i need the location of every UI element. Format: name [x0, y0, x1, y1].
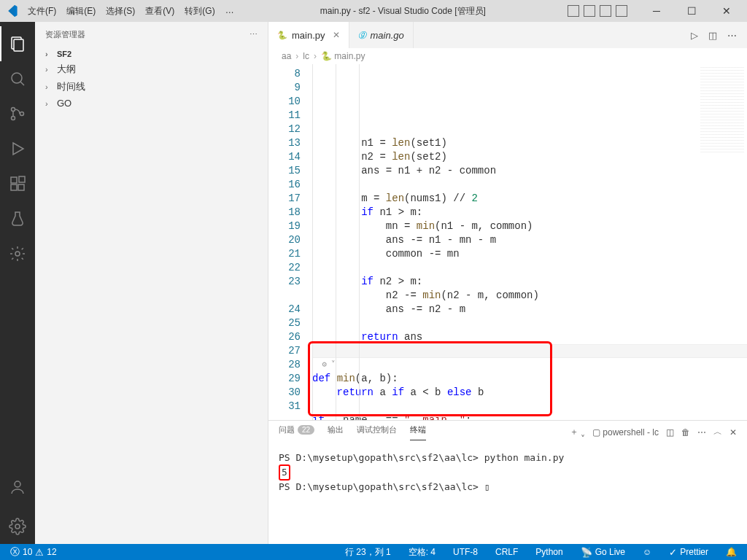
layout-icon[interactable]	[584, 5, 595, 17]
tab-problems[interactable]: 问题22	[279, 424, 314, 440]
tabs: 🐍main.py✕ⓖmain.go ▷ ◫ ⋯	[268, 22, 747, 48]
source-control-icon[interactable]	[0, 96, 35, 131]
status-encoding[interactable]: UTF-8	[449, 547, 482, 557]
menu-item[interactable]: 文件(F)	[23, 4, 61, 19]
layout-controls[interactable]	[568, 5, 627, 17]
editor-tab[interactable]: ⓖmain.go	[349, 22, 414, 48]
svg-rect-8	[11, 184, 17, 190]
sidebar-item[interactable]: ›大纲	[35, 61, 268, 78]
svg-rect-1	[14, 39, 23, 51]
run-debug-icon[interactable]	[0, 131, 35, 166]
svg-rect-9	[18, 184, 24, 190]
sidebar-item[interactable]: ›时间线	[35, 78, 268, 96]
breadcrumb-item[interactable]: aa	[282, 51, 291, 61]
status-eol[interactable]: CRLF	[491, 547, 522, 557]
title-bar: 文件(F)编辑(E)选择(S)查看(V)转到(G)… main.py - sf2…	[0, 0, 747, 22]
tab-debug-console[interactable]: 调试控制台	[357, 424, 397, 440]
status-notifications[interactable]: 🔔	[721, 547, 741, 557]
menu-item[interactable]: 编辑(E)	[62, 4, 100, 19]
editor-tab[interactable]: 🐍main.py✕	[268, 22, 349, 48]
sidebar-title: 资源管理器	[45, 29, 85, 40]
svg-rect-7	[11, 177, 17, 183]
trash-icon[interactable]: 🗑	[681, 427, 690, 438]
breadcrumb[interactable]: aa›lc›🐍 main.py	[268, 48, 747, 64]
accounts-icon[interactable]	[0, 470, 35, 505]
testing-icon[interactable]	[0, 201, 35, 236]
sidebar-item[interactable]: ›GO	[35, 96, 268, 111]
svg-point-13	[15, 524, 20, 529]
minimap[interactable]	[700, 67, 744, 155]
status-prettier[interactable]: ✓Prettier	[665, 547, 713, 558]
new-terminal-icon[interactable]: ＋ ˬ	[570, 426, 585, 438]
sidebar-item[interactable]: ›SF2	[35, 47, 268, 61]
run-icon[interactable]: ▷	[691, 30, 698, 41]
activity-bar	[0, 22, 35, 544]
svg-point-2	[12, 73, 22, 83]
code-area[interactable]: 8910111213141516171819202122232425262728…	[268, 64, 747, 420]
svg-point-12	[15, 481, 20, 487]
menu-bar: 文件(F)编辑(E)选择(S)查看(V)转到(G)…	[23, 4, 239, 19]
svg-point-5	[12, 117, 15, 120]
breadcrumb-item[interactable]: 🐍 main.py	[321, 51, 365, 61]
extensions-icon[interactable]	[0, 166, 35, 201]
svg-point-11	[15, 252, 20, 256]
layout-icon[interactable]	[568, 5, 579, 17]
svg-point-4	[12, 108, 15, 112]
close-panel-icon[interactable]: ✕	[729, 427, 737, 438]
close-button[interactable]: ✕	[712, 0, 741, 22]
menu-item[interactable]: 查看(V)	[141, 4, 179, 19]
status-indent[interactable]: 空格: 4	[404, 546, 440, 559]
panel: 问题22 输出 调试控制台 终端 ＋ ˬ ▢ powershell - lc ◫…	[268, 420, 747, 544]
vscode-icon	[6, 5, 18, 17]
status-golive[interactable]: 📡Go Live	[576, 547, 630, 558]
breadcrumb-item[interactable]: lc	[303, 51, 309, 61]
status-cursor[interactable]: 行 23，列 1	[341, 546, 395, 559]
split-terminal-icon[interactable]: ◫	[666, 427, 674, 438]
tab-output[interactable]: 输出	[328, 424, 344, 440]
terminal-selector[interactable]: ▢ powershell - lc	[592, 427, 659, 438]
svg-point-6	[20, 112, 24, 116]
svg-rect-10	[19, 176, 25, 182]
split-editor-icon[interactable]: ◫	[708, 30, 717, 41]
editor: 🐍main.py✕ⓖmain.go ▷ ◫ ⋯ aa›lc›🐍 main.py …	[268, 22, 747, 544]
search-icon[interactable]	[0, 61, 35, 96]
more-icon[interactable]: ⋯	[727, 30, 737, 41]
layout-icon[interactable]	[600, 5, 611, 17]
status-feedback[interactable]: ☺	[638, 547, 656, 557]
explorer-icon[interactable]	[0, 26, 35, 61]
minimize-button[interactable]: ─	[642, 0, 671, 22]
sidebar: 资源管理器 ⋯ ›SF2›大纲›时间线›GO	[35, 22, 268, 544]
menu-item[interactable]: …	[221, 4, 239, 19]
terminal[interactable]: PS D:\mysetup\gopath\src\sf2\aa\lc> pyth…	[268, 444, 747, 544]
more-icon[interactable]: ⋯	[697, 427, 706, 438]
menu-item[interactable]: 转到(G)	[180, 4, 219, 19]
svg-line-3	[20, 82, 24, 85]
layout-icon[interactable]	[616, 5, 627, 17]
status-problems[interactable]: ⓧ10 ⚠12	[6, 545, 61, 559]
remote-icon[interactable]	[0, 236, 35, 271]
close-icon[interactable]: ✕	[333, 30, 340, 40]
chevron-up-icon[interactable]: ︿	[713, 426, 722, 438]
more-icon[interactable]: ⋯	[249, 30, 258, 39]
tab-terminal[interactable]: 终端	[410, 424, 426, 440]
window-title: main.py - sf2 - Visual Studio Code [管理员]	[239, 5, 568, 18]
menu-item[interactable]: 选择(S)	[101, 4, 139, 19]
settings-icon[interactable]	[0, 509, 35, 544]
status-language[interactable]: Python	[531, 547, 567, 557]
maximize-button[interactable]: ☐	[677, 0, 706, 22]
status-bar: ⓧ10 ⚠12 行 23，列 1 空格: 4 UTF-8 CRLF Python…	[0, 544, 747, 560]
